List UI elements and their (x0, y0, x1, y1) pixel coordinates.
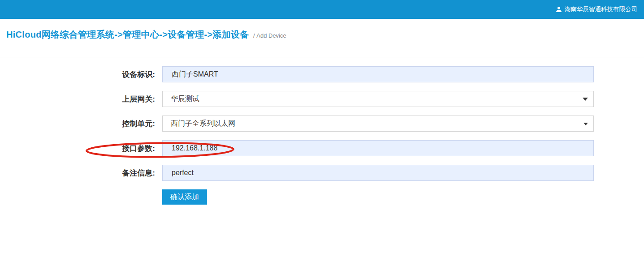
confirm-add-button[interactable]: 确认添加 (162, 189, 207, 205)
chevron-down-icon (583, 123, 588, 125)
device-id-input[interactable] (162, 66, 594, 82)
control-unit-select[interactable]: 西门子全系列以太网 (162, 116, 594, 132)
chevron-down-icon (583, 98, 588, 101)
page-title: HiCloud网络综合管理系统->管理中心->设备管理->添加设备 (6, 30, 249, 39)
device-id-label: 设备标识: (0, 69, 155, 80)
company-name: 湖南华辰智通科技有限公司 (565, 5, 637, 13)
button-row: 确认添加 (162, 189, 644, 205)
form-row-control-unit: 控制单元: 西门子全系列以太网 (0, 116, 644, 132)
header-divider (0, 57, 644, 57)
page-subtitle: / Add Device (253, 32, 286, 39)
control-unit-label: 控制单元: (0, 119, 155, 129)
interface-param-label: 接口参数: (0, 143, 155, 154)
user-icon (556, 6, 562, 13)
remark-label: 备注信息: (0, 168, 155, 178)
breadcrumb: HiCloud网络综合管理系统->管理中心->设备管理->添加设备 / Add … (0, 19, 644, 41)
remark-input[interactable] (162, 165, 594, 181)
account-info[interactable]: 湖南华辰智通科技有限公司 (556, 5, 637, 13)
form-row-gateway: 上层网关: 华辰测试 (0, 91, 644, 107)
gateway-label: 上层网关: (0, 94, 155, 104)
interface-param-input[interactable] (162, 140, 594, 156)
add-device-form: 设备标识: 上层网关: 华辰测试 控制单元: 西门子全系列以太网 (0, 66, 644, 205)
gateway-select[interactable]: 华辰测试 (162, 91, 594, 107)
add-device-page: 湖南华辰智通科技有限公司 HiCloud网络综合管理系统->管理中心->设备管理… (0, 0, 644, 257)
form-row-interface-param: 接口参数: (0, 140, 644, 156)
gateway-select-value: 华辰测试 (171, 94, 199, 104)
control-unit-select-value: 西门子全系列以太网 (171, 119, 235, 128)
top-bar: 湖南华辰智通科技有限公司 (0, 0, 644, 19)
form-row-remark: 备注信息: (0, 165, 644, 181)
form-row-device-id: 设备标识: (0, 66, 644, 82)
